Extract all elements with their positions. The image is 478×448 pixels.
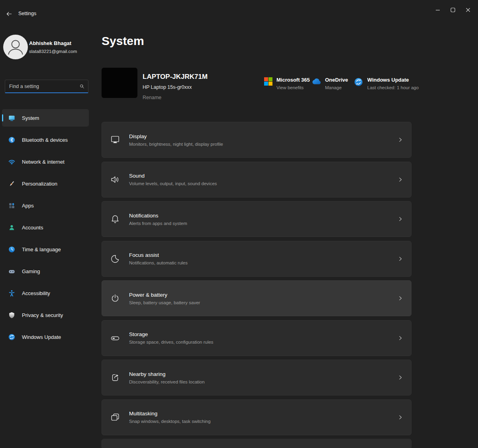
sidebar-item-label: Network & internet: [22, 159, 65, 165]
row-title: Nearby sharing: [129, 371, 205, 377]
chevron-right-icon: [398, 216, 403, 222]
sidebar-item-accounts[interactable]: Accounts: [2, 219, 89, 236]
avatar[interactable]: [3, 35, 28, 59]
sidebar-item-label: Gaming: [22, 268, 40, 274]
multitasking-icon: [110, 412, 120, 423]
chevron-right-icon: [398, 335, 403, 341]
close-icon: [466, 8, 470, 12]
sidebar-item-windows-update[interactable]: Windows Update: [2, 328, 89, 346]
sidebar-item-time-language[interactable]: Time & language: [2, 241, 89, 258]
settings-row-storage[interactable]: Storage Storage space, drives, configura…: [102, 320, 411, 356]
row-subtitle: Sleep, battery usage, battery saver: [129, 300, 200, 305]
apps-icon: [8, 202, 16, 209]
profile-name: Abhishek Bhagat: [29, 40, 71, 46]
settings-row-multitasking[interactable]: Multitasking Snap windows, desktops, tas…: [102, 399, 411, 435]
maximize-button[interactable]: [445, 4, 460, 16]
row-title: Multitasking: [129, 411, 211, 417]
sidebar-item-label: Apps: [22, 203, 34, 209]
row-subtitle: Snap windows, desktops, task switching: [129, 419, 211, 424]
settings-row-partial[interactable]: [102, 439, 411, 448]
sidebar-item-label: System: [22, 115, 39, 121]
sidebar-item-label: Time & language: [22, 246, 61, 252]
personalization-icon: [8, 180, 16, 188]
row-title: Notifications: [129, 213, 187, 219]
windows-update-status[interactable]: Windows Update Last checked: 1 hour ago: [354, 77, 419, 90]
network-icon: [8, 158, 16, 166]
row-subtitle: Monitors, brightness, night light, displ…: [129, 142, 223, 147]
chevron-right-icon: [398, 256, 403, 262]
window-controls: [430, 4, 476, 16]
sidebar-nav: System Bluetooth & devices Network & int…: [2, 109, 89, 350]
device-image: [102, 68, 137, 98]
sidebar-item-label: Accessibility: [22, 290, 50, 296]
page-title: System: [102, 34, 144, 48]
device-model: HP Laptop 15s-gr0xxx: [143, 84, 208, 90]
display-icon: [110, 135, 120, 145]
back-arrow-icon: [6, 10, 13, 18]
row-title: Display: [129, 133, 223, 139]
settings-row-sound[interactable]: Sound Volume levels, output, input, soun…: [102, 162, 411, 198]
sidebar-item-bluetooth-devices[interactable]: Bluetooth & devices: [2, 131, 89, 149]
time-language-icon: [8, 246, 16, 253]
sidebar-item-label: Accounts: [22, 225, 43, 231]
row-title: Storage: [129, 331, 214, 337]
nearby-sharing-icon: [110, 372, 120, 383]
chevron-right-icon: [398, 415, 403, 420]
sidebar-item-label: Privacy & security: [22, 312, 63, 318]
bluetooth-icon: [8, 136, 16, 144]
row-subtitle: Discoverability, received files location: [129, 380, 205, 384]
minimize-icon: [435, 8, 440, 12]
status-subtitle: Last checked: 1 hour ago: [367, 85, 419, 90]
microsoft-365-icon: [264, 77, 272, 86]
sidebar-item-privacy-security[interactable]: Privacy & security: [2, 306, 89, 324]
sidebar-item-apps[interactable]: Apps: [2, 197, 89, 214]
device-info: LAPTOP-JKJRK71M HP Laptop 15s-gr0xxx Ren…: [143, 73, 208, 100]
search-icon: [79, 84, 85, 89]
back-button[interactable]: [5, 10, 14, 18]
onedrive-icon: [311, 77, 321, 85]
row-subtitle: Volume levels, output, input, sound devi…: [129, 181, 217, 186]
storage-icon: [110, 333, 120, 343]
chevron-right-icon: [398, 177, 403, 182]
focus-assist-icon: [110, 254, 120, 264]
sidebar-item-accessibility[interactable]: Accessibility: [2, 284, 89, 302]
status-title: Microsoft 365: [276, 77, 310, 83]
status-title: Windows Update: [367, 77, 419, 83]
sidebar-item-network-internet[interactable]: Network & internet: [2, 153, 89, 170]
rename-link[interactable]: Rename: [143, 95, 208, 100]
row-title: Focus assist: [129, 252, 188, 258]
sidebar-item-label: Windows Update: [22, 334, 61, 340]
device-name: LAPTOP-JKJRK71M: [143, 73, 208, 81]
maximize-icon: [451, 8, 455, 12]
notifications-icon: [110, 214, 120, 224]
chevron-right-icon: [398, 295, 403, 301]
status-subtitle: Manage: [325, 85, 348, 90]
search-box[interactable]: [5, 80, 88, 93]
status-title: OneDrive: [325, 77, 348, 83]
status-subtitle: View benefits: [276, 85, 310, 90]
chevron-right-icon: [398, 375, 403, 380]
microsoft-365-status[interactable]: Microsoft 365 View benefits: [264, 77, 310, 90]
settings-row-nearby-sharing[interactable]: Nearby sharing Discoverability, received…: [102, 360, 411, 395]
sidebar-item-system[interactable]: System: [2, 109, 89, 127]
settings-row-power-battery[interactable]: Power & battery Sleep, battery usage, ba…: [102, 280, 411, 316]
sidebar-item-personalization[interactable]: Personalization: [2, 175, 89, 192]
sound-icon: [110, 174, 120, 185]
sidebar-item-label: Personalization: [22, 181, 57, 187]
settings-row-notifications[interactable]: Notifications Alerts from apps and syste…: [102, 201, 411, 237]
sidebar-item-gaming[interactable]: Gaming: [2, 262, 89, 280]
search-input[interactable]: [9, 84, 79, 89]
onedrive-status[interactable]: OneDrive Manage: [311, 77, 348, 90]
row-title: Sound: [129, 173, 217, 179]
settings-list: Display Monitors, brightness, night ligh…: [102, 122, 411, 448]
gaming-icon: [8, 268, 16, 275]
row-subtitle: Notifications, automatic rules: [129, 260, 188, 265]
settings-row-focus-assist[interactable]: Focus assist Notifications, automatic ru…: [102, 241, 411, 277]
windows-update-icon: [354, 77, 363, 87]
minimize-button[interactable]: [430, 4, 445, 16]
selection-indicator: [2, 114, 3, 121]
close-button[interactable]: [460, 4, 476, 16]
row-subtitle: Alerts from apps and system: [129, 221, 187, 226]
row-subtitle: Storage space, drives, configuration rul…: [129, 340, 214, 344]
settings-row-display[interactable]: Display Monitors, brightness, night ligh…: [102, 122, 411, 158]
